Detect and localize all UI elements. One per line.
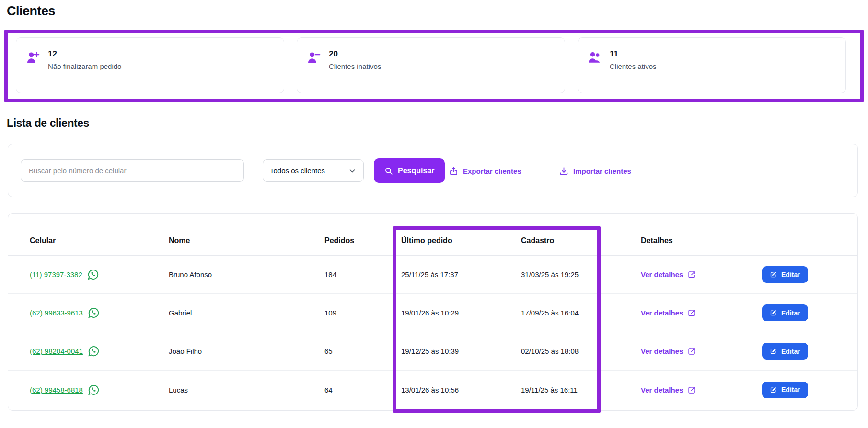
edit-icon [770,271,777,278]
edit-button-label: Editar [781,348,800,355]
orders-count: 184 [324,270,401,279]
client-list-toolbar: Todos os clientes Pesquisar Exportar cli… [8,144,858,197]
stat-label: Clientes ativos [610,62,657,70]
table-row: (62) 99458-6818 Lucas 64 13/01/26 às 10:… [8,371,857,409]
last-order-date: 25/11/25 às 17:37 [401,270,521,279]
registration-date: 02/10/25 às 18:08 [521,347,641,355]
view-details-link[interactable]: Ver detalhes [641,308,696,317]
stats-row: 12 Não finalizaram pedido 20 Clientes in… [16,37,846,93]
page-title: Clientes [7,4,55,19]
client-name: Lucas [169,386,324,394]
chevron-down-icon [348,167,357,175]
orders-count: 65 [324,347,401,355]
edit-button[interactable]: Editar [762,304,808,321]
stat-label: Clientes inativos [329,62,381,70]
edit-button[interactable]: Editar [762,382,808,398]
phone-link[interactable]: (11) 97397-3382 [30,270,82,279]
external-link-icon [687,308,696,317]
stat-value: 11 [610,49,657,59]
export-clients-link[interactable]: Exportar clientes [449,144,521,198]
user-minus-icon [307,50,321,65]
table-header-row: Celular Nome Pedidos Último pedido Cadas… [8,214,857,256]
registration-date: 31/03/25 às 19:25 [521,270,641,279]
users-icon [588,50,602,65]
view-details-label: Ver detalhes [641,347,683,355]
stat-label: Não finalizaram pedido [48,62,121,70]
whatsapp-icon[interactable] [88,345,100,357]
edit-icon [770,309,777,316]
whatsapp-icon[interactable] [87,269,99,281]
view-details-link[interactable]: Ver detalhes [641,385,696,394]
client-name: Bruno Afonso [169,270,324,279]
header-cadastro: Cadastro [521,237,641,245]
phone-link[interactable]: (62) 99633-9613 [30,309,83,317]
table-row: (62) 98204-0041 João Filho 65 19/12/25 à… [8,332,857,371]
header-ultimo-pedido: Último pedido [401,237,521,245]
clients-table: Celular Nome Pedidos Último pedido Cadas… [8,213,858,411]
header-detalhes: Detalhes [641,237,751,245]
table-body: (11) 97397-3382 Bruno Afonso 184 25/11/2… [8,256,857,409]
view-details-label: Ver detalhes [641,309,683,317]
orders-count: 109 [324,309,401,317]
client-filter-select[interactable]: Todos os clientes [263,159,364,182]
last-order-date: 19/12/25 às 10:39 [401,347,521,355]
header-pedidos: Pedidos [324,237,401,245]
edit-button-label: Editar [781,309,800,317]
search-input[interactable] [21,159,244,182]
registration-date: 17/09/25 às 16:04 [521,309,641,317]
edit-icon [770,386,777,394]
edit-button[interactable]: Editar [762,266,808,283]
search-button-label: Pesquisar [398,167,434,175]
external-link-icon [687,347,696,356]
stat-value: 20 [329,49,381,59]
whatsapp-icon[interactable] [88,384,100,396]
last-order-date: 13/01/26 às 10:56 [401,386,521,394]
export-icon [449,166,459,176]
stat-card-not-finished: 12 Não finalizaram pedido [16,37,284,93]
whatsapp-icon[interactable] [88,307,100,319]
header-celular: Celular [30,237,169,245]
orders-count: 64 [324,386,401,394]
view-details-label: Ver detalhes [641,270,683,279]
stat-card-inactive: 20 Clientes inativos [297,37,565,93]
import-clients-label: Importar clientes [573,167,631,175]
stat-value: 12 [48,49,121,59]
external-link-icon [687,270,696,279]
client-list-title: Lista de clientes [7,117,89,130]
search-icon [384,167,393,175]
last-order-date: 19/01/26 às 10:29 [401,309,521,317]
phone-link[interactable]: (62) 98204-0041 [30,347,83,355]
filter-selected-value: Todos os clientes [270,167,325,175]
registration-date: 19/11/25 às 16:11 [521,386,641,394]
import-icon [559,166,569,176]
view-details-label: Ver detalhes [641,386,683,394]
export-clients-label: Exportar clientes [463,167,521,175]
table-row: (11) 97397-3382 Bruno Afonso 184 25/11/2… [8,256,857,294]
header-nome: Nome [169,237,324,245]
view-details-link[interactable]: Ver detalhes [641,270,696,279]
search-button[interactable]: Pesquisar [374,158,445,183]
client-name: Gabriel [169,309,324,317]
edit-button[interactable]: Editar [762,343,808,360]
view-details-link[interactable]: Ver detalhes [641,347,696,356]
edit-icon [770,348,777,355]
edit-button-label: Editar [781,386,800,394]
external-link-icon [687,385,696,394]
user-plus-icon [26,50,40,65]
phone-link[interactable]: (62) 99458-6818 [30,386,83,394]
client-name: João Filho [169,347,324,355]
stat-card-active: 11 Clientes ativos [578,37,846,93]
import-clients-link[interactable]: Importar clientes [559,144,631,198]
table-row: (62) 99633-9613 Gabriel 109 19/01/26 às … [8,294,857,332]
edit-button-label: Editar [781,271,800,279]
